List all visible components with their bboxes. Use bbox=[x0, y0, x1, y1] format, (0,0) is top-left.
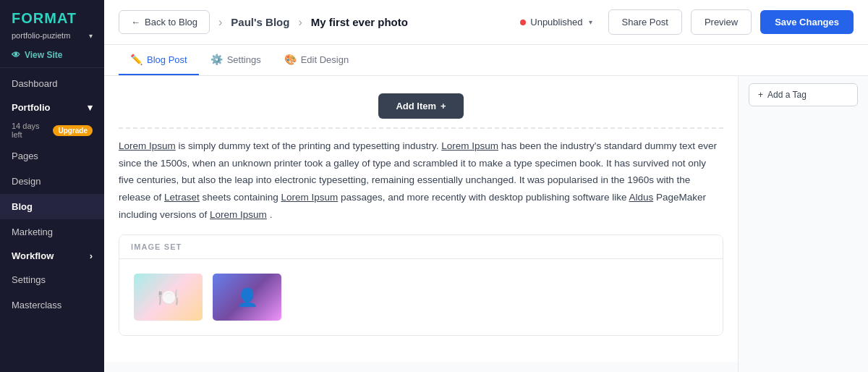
image-thumb-1[interactable] bbox=[134, 274, 203, 321]
back-button-label: Back to Blog bbox=[145, 17, 197, 28]
days-left-text: 14 days left bbox=[12, 122, 46, 139]
upgrade-badge[interactable]: Upgrade bbox=[53, 125, 93, 136]
tabs-bar: ✏️ Blog Post ⚙️ Settings 🎨 Edit Design bbox=[104, 45, 868, 76]
sidebar-divider-top bbox=[0, 67, 104, 68]
portfolio-chevron-icon: ▾ bbox=[89, 32, 93, 40]
content-area: Add Item + Lorem Ipsum is simply dummy t… bbox=[104, 76, 738, 372]
add-tag-button[interactable]: + Add a Tag bbox=[749, 83, 858, 106]
tab-blog-post-label: Blog Post bbox=[147, 54, 187, 65]
tab-settings-label: Settings bbox=[227, 54, 261, 65]
section-separator bbox=[119, 127, 723, 129]
post-title-breadcrumb: My first ever photo bbox=[311, 16, 408, 28]
workflow-expand-icon: › bbox=[90, 250, 93, 261]
food-image bbox=[134, 274, 203, 321]
status-dot-icon bbox=[520, 20, 526, 25]
image-set-label: IMAGE SET bbox=[119, 235, 723, 259]
portfolio-expand-icon: ▾ bbox=[88, 102, 93, 113]
sidebar-item-blog[interactable]: Blog bbox=[0, 194, 104, 219]
preview-button[interactable]: Preview bbox=[691, 9, 752, 35]
content-inner: Add Item + Lorem Ipsum is simply dummy t… bbox=[104, 76, 738, 362]
sidebar-item-label: Portfolio bbox=[12, 102, 50, 113]
add-tag-plus-icon: + bbox=[758, 90, 763, 100]
tab-blog-post-icon: ✏️ bbox=[130, 54, 142, 65]
app-logo: FORMAT bbox=[0, 0, 104, 31]
sidebar-item-label: Pages bbox=[12, 151, 38, 161]
preview-button-label: Preview bbox=[705, 17, 738, 28]
add-item-row: Add Item + bbox=[119, 88, 723, 127]
sidebar-item-dashboard[interactable]: Dashboard bbox=[0, 71, 104, 96]
sidebar-item-portfolio[interactable]: Portfolio ▾ bbox=[0, 96, 104, 119]
image-set-content bbox=[119, 259, 723, 335]
sidebar-item-design[interactable]: Design bbox=[0, 169, 104, 194]
body-text: Lorem Ipsum is simply dummy text of the … bbox=[119, 138, 723, 223]
status-label: Unpublished bbox=[530, 17, 582, 28]
sidebar-item-label: Settings bbox=[12, 274, 46, 285]
sidebar-item-pages[interactable]: Pages bbox=[0, 143, 104, 169]
add-item-plus-icon: + bbox=[441, 101, 446, 111]
share-post-button[interactable]: Share Post bbox=[608, 9, 682, 35]
lorem-ipsum-2: Lorem Ipsum bbox=[441, 140, 498, 151]
status-chevron-icon: ▾ bbox=[589, 18, 592, 26]
body-text-part1: is simply dummy text of the printing and… bbox=[179, 140, 442, 151]
topbar: ← Back to Blog › Paul's Blog › My first … bbox=[104, 0, 868, 45]
blog-name-breadcrumb: Paul's Blog bbox=[231, 16, 289, 28]
save-button-label: Save Changes bbox=[775, 17, 839, 28]
lorem-ipsum-1: Lorem Ipsum bbox=[119, 140, 176, 151]
body-text-part3: sheets containing bbox=[203, 192, 281, 203]
body-text-part6: . bbox=[270, 209, 273, 220]
sidebar-item-label: Marketing bbox=[12, 227, 53, 237]
image-thumb-2[interactable] bbox=[213, 274, 281, 321]
sidebar-item-label: Masterclass bbox=[12, 300, 61, 310]
add-item-label: Add Item bbox=[396, 101, 436, 111]
view-site-label: View Site bbox=[25, 50, 62, 60]
days-left-row: 14 days left Upgrade bbox=[0, 119, 104, 143]
tab-settings-icon: ⚙️ bbox=[210, 54, 223, 65]
sidebar-item-workflow[interactable]: Workflow › bbox=[0, 245, 104, 267]
add-tag-label: Add a Tag bbox=[767, 90, 807, 100]
tab-edit-design-label: Edit Design bbox=[301, 54, 349, 65]
tab-settings[interactable]: ⚙️ Settings bbox=[199, 45, 273, 75]
tab-blog-post[interactable]: ✏️ Blog Post bbox=[119, 45, 199, 75]
tab-edit-design[interactable]: 🎨 Edit Design bbox=[273, 45, 360, 75]
sidebar-item-masterclass[interactable]: Masterclass bbox=[0, 292, 104, 318]
main-area: ← Back to Blog › Paul's Blog › My first … bbox=[104, 0, 868, 372]
image-set-card: IMAGE SET bbox=[119, 234, 723, 336]
main-body: Add Item + Lorem Ipsum is simply dummy t… bbox=[104, 76, 868, 372]
body-text-part4: passages, and more recently with desktop… bbox=[341, 192, 629, 203]
sidebar-item-label: Workflow bbox=[12, 250, 54, 261]
tab-edit-design-icon: 🎨 bbox=[284, 54, 297, 65]
letraset-ref: Letraset bbox=[164, 192, 200, 203]
lorem-ipsum-4: Lorem Ipsum bbox=[210, 209, 267, 220]
right-panel: + Add a Tag bbox=[738, 76, 868, 372]
breadcrumb-separator: › bbox=[218, 16, 222, 29]
person-image bbox=[213, 274, 281, 321]
view-site-link[interactable]: 👁 View Site bbox=[0, 46, 104, 67]
sidebar-item-marketing[interactable]: Marketing bbox=[0, 219, 104, 245]
add-item-button[interactable]: Add Item + bbox=[378, 93, 463, 119]
sidebar-item-settings[interactable]: Settings bbox=[0, 267, 104, 292]
publish-status-badge[interactable]: Unpublished ▾ bbox=[513, 12, 599, 32]
save-changes-button[interactable]: Save Changes bbox=[760, 10, 854, 34]
aldus-ref: Aldus bbox=[629, 192, 653, 203]
back-arrow-icon: ← bbox=[131, 17, 140, 28]
sidebar-item-label: Dashboard bbox=[12, 78, 58, 89]
breadcrumb-separator-2: › bbox=[298, 16, 302, 29]
portfolio-name: portfolio-puzietm bbox=[12, 31, 70, 40]
sidebar-item-label: Design bbox=[12, 176, 41, 187]
lorem-ipsum-3: Lorem Ipsum bbox=[281, 192, 338, 203]
back-to-blog-button[interactable]: ← Back to Blog bbox=[119, 10, 210, 34]
sidebar-item-label: Blog bbox=[12, 201, 33, 212]
portfolio-name-row[interactable]: portfolio-puzietm ▾ bbox=[0, 31, 104, 46]
sidebar: FORMAT portfolio-puzietm ▾ 👁 View Site D… bbox=[0, 0, 104, 372]
share-button-label: Share Post bbox=[622, 17, 668, 28]
eye-icon: 👁 bbox=[12, 50, 20, 60]
